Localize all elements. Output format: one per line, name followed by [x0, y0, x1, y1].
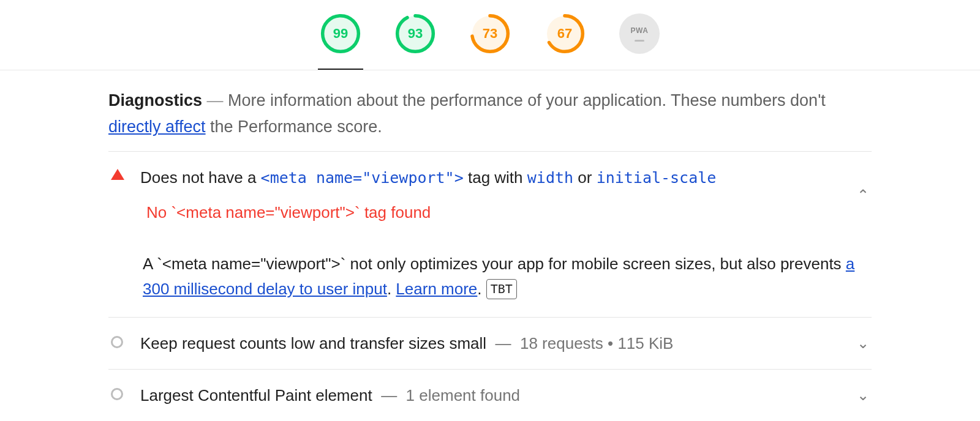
- chevron-down-icon: ⌄: [857, 387, 872, 404]
- score-gauge-accessibility[interactable]: 93: [395, 13, 435, 54]
- audit-viewport: Does not have a <meta name="viewport"> t…: [108, 152, 872, 318]
- tbt-chip: TBT: [486, 279, 517, 299]
- audit-viewport-body: A `<meta name="viewport">` not only opti…: [143, 251, 872, 301]
- audit-viewport-title: Does not have a <meta name="viewport"> t…: [140, 165, 842, 190]
- diagnostics-lead-after: the Performance score.: [206, 117, 382, 136]
- score-gauge-seo[interactable]: 67: [545, 13, 585, 54]
- audit-viewport-error: No `<meta name="viewport">` tag found: [140, 200, 842, 225]
- audit-lcp-toggle[interactable]: Largest Contentful Paint element — 1 ele…: [111, 383, 872, 408]
- audit-requests-toggle[interactable]: Keep request counts low and transfer siz…: [111, 331, 872, 356]
- chevron-up-icon: ⌃: [857, 187, 872, 204]
- pwa-dash-icon: [635, 40, 644, 42]
- directly-affect-link[interactable]: directly affect: [108, 117, 206, 136]
- score-gauge-performance[interactable]: 99: [320, 13, 361, 54]
- audit-requests: Keep request counts low and transfer siz…: [108, 318, 872, 370]
- score-gauge-pwa[interactable]: PWA: [619, 13, 660, 54]
- diagnostics-title: Diagnostics: [108, 91, 202, 110]
- active-tab-underline: [318, 69, 363, 70]
- diagnostics-lead-before: More information about the performance o…: [228, 91, 826, 110]
- score-value: 73: [483, 26, 497, 42]
- score-value: 99: [333, 26, 348, 42]
- neutral-circle-icon: [111, 335, 126, 348]
- audit-lcp-title: Largest Contentful Paint element: [140, 386, 372, 404]
- audit-lcp-summary: 1 element found: [406, 386, 520, 404]
- score-value: 93: [408, 26, 423, 42]
- pwa-label: PWA: [631, 26, 649, 35]
- fail-triangle-icon: [111, 169, 126, 180]
- score-bar: 99 93 73 67 PWA: [0, 0, 980, 70]
- diagnostics-section: Diagnostics — More information about the…: [108, 88, 872, 421]
- audit-viewport-toggle[interactable]: Does not have a <meta name="viewport"> t…: [111, 165, 872, 225]
- audit-lcp: Largest Contentful Paint element — 1 ele…: [108, 370, 872, 421]
- score-gauge-best-practices[interactable]: 73: [470, 13, 510, 54]
- score-value: 67: [557, 26, 572, 42]
- learn-more-link[interactable]: Learn more: [396, 280, 477, 298]
- audit-requests-summary: 18 requests • 115 KiB: [520, 334, 673, 352]
- diagnostics-header: Diagnostics — More information about the…: [108, 88, 872, 152]
- audit-requests-title: Keep request counts low and transfer siz…: [140, 334, 486, 352]
- neutral-circle-icon: [111, 387, 126, 400]
- chevron-down-icon: ⌄: [857, 335, 872, 352]
